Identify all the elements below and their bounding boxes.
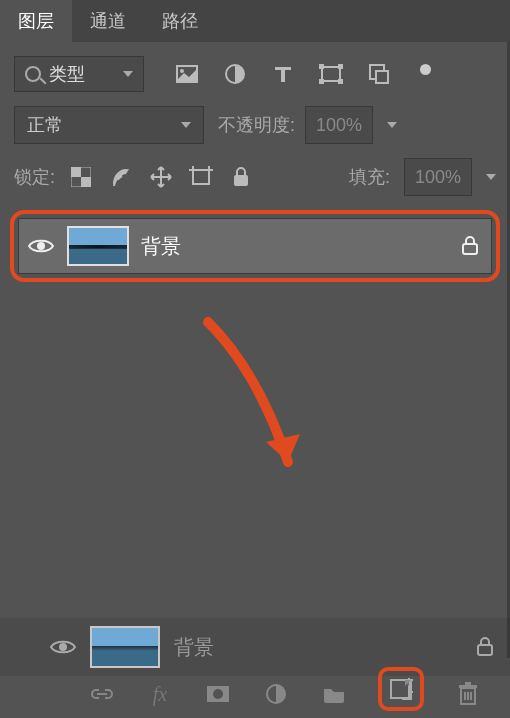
filter-toggle-dot[interactable] [420,64,431,75]
annotation-arrow [188,312,328,492]
lock-image-icon[interactable] [109,165,133,189]
blend-mode-select[interactable]: 正常 [14,106,204,144]
svg-point-21 [59,643,67,651]
layer-mask-icon[interactable] [204,680,232,708]
lock-indicator-icon [476,637,494,657]
filter-smart-icon[interactable] [366,61,392,87]
filter-type-select[interactable]: 类型 [14,56,144,92]
tab-channels[interactable]: 通道 [72,0,144,42]
svg-rect-5 [338,64,343,69]
svg-point-1 [180,69,184,73]
opacity-field[interactable]: 100% [305,106,373,144]
lock-row: 锁定: 填充: 100% [0,152,510,206]
layer-row-background[interactable]: 背景 [18,218,492,274]
filter-pixel-icon[interactable] [174,61,200,87]
chevron-down-icon[interactable] [387,122,397,128]
svg-rect-4 [319,64,324,69]
fill-value: 100% [415,167,461,188]
delete-layer-icon[interactable] [454,680,482,708]
svg-rect-3 [322,67,340,81]
blend-row: 正常 不透明度: 100% [0,98,510,152]
svg-rect-18 [234,175,248,186]
lock-indicator-icon[interactable] [461,236,479,256]
lock-all-icon[interactable] [229,165,253,189]
drag-ghost-row: 背景 [0,618,510,676]
chevron-down-icon [181,122,191,128]
filter-shape-icon[interactable] [318,61,344,87]
layer-style-icon[interactable]: fx [146,680,174,708]
opacity-label: 不透明度: [218,113,295,137]
lock-label: 锁定: [14,165,55,189]
svg-rect-33 [465,682,471,685]
link-layers-icon[interactable] [88,680,116,708]
fill-label: 填充: [349,165,390,189]
adjustment-layer-icon[interactable] [262,680,290,708]
opacity-value: 100% [316,115,362,136]
svg-rect-6 [319,79,324,84]
group-icon[interactable] [320,680,348,708]
annotation-highlight-layer: 背景 [10,210,500,282]
visibility-toggle-icon[interactable] [27,232,55,260]
svg-rect-9 [376,71,388,83]
layer-toolbar: fx [88,678,494,710]
filter-bar: 类型 [0,42,510,98]
lock-position-icon[interactable] [149,165,173,189]
tab-layers[interactable]: 图层 [0,0,72,42]
lock-transparent-icon[interactable] [69,165,93,189]
lock-artboard-icon[interactable] [189,165,213,189]
svg-point-19 [37,242,45,250]
chevron-down-icon[interactable] [486,174,496,180]
svg-rect-11 [71,167,81,177]
svg-rect-13 [193,170,209,184]
svg-rect-32 [459,685,477,688]
blend-mode-label: 正常 [27,113,63,137]
search-icon [25,66,41,82]
svg-rect-22 [478,645,492,655]
filter-adjust-icon[interactable] [222,61,248,87]
tab-paths[interactable]: 路径 [144,0,216,42]
svg-rect-20 [463,244,477,254]
svg-rect-7 [338,79,343,84]
layer-name[interactable]: 背景 [141,233,449,260]
visibility-toggle-icon[interactable] [50,638,76,656]
filter-text-icon[interactable] [270,61,296,87]
layer-name: 背景 [174,634,318,661]
fill-field[interactable]: 100% [404,158,472,196]
chevron-down-icon [123,71,133,77]
svg-rect-12 [81,177,91,187]
new-layer-icon[interactable] [378,667,424,711]
layer-thumbnail [90,626,160,668]
svg-point-24 [213,689,223,699]
panel-tabs: 图层 通道 路径 [0,0,510,42]
filter-type-label: 类型 [49,62,85,86]
layer-thumbnail[interactable] [67,226,129,266]
